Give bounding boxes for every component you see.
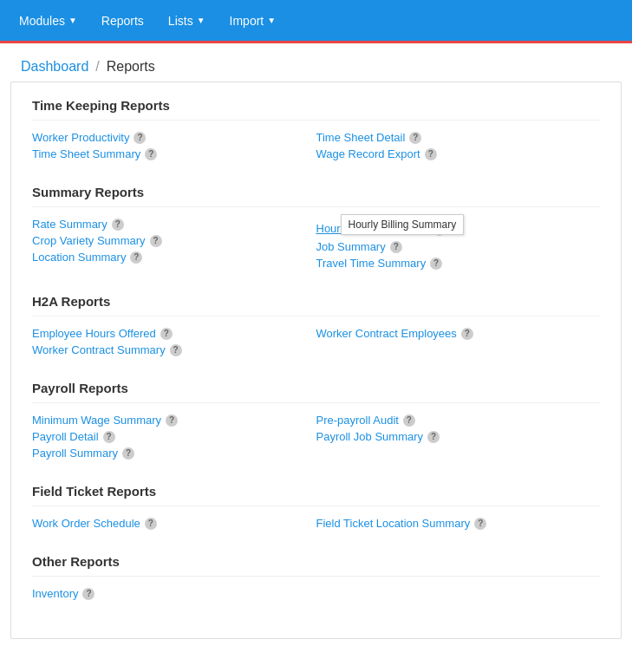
section-summary: Summary ReportsRate Summary?Crop Variety… — [32, 178, 600, 270]
section-title-payroll: Payroll Reports — [32, 374, 600, 395]
navbar: Modules ▼ Reports Lists ▼ Import ▼ — [0, 0, 632, 43]
help-icon[interactable]: ? — [170, 344, 182, 356]
report-item: Crop Variety Summary? — [32, 234, 316, 247]
report-link-summary-right-2[interactable]: Travel Time Summary — [316, 257, 427, 270]
report-col-right-time-keeping: Time Sheet Detail?Wage Record Export? — [316, 131, 601, 160]
report-link-payroll-right-0[interactable]: Pre-payroll Audit — [316, 414, 399, 427]
nav-lists[interactable]: Lists ▼ — [160, 0, 214, 42]
report-link-field-ticket-left-0[interactable]: Work Order Schedule — [32, 517, 140, 530]
section-field-ticket: Field Ticket ReportsWork Order Schedule?… — [32, 477, 600, 530]
report-link-summary-left-2[interactable]: Location Summary — [32, 251, 126, 264]
report-link-payroll-left-1[interactable]: Payroll Detail — [32, 430, 99, 443]
report-link-time-keeping-left-1[interactable]: Time Sheet Summary — [32, 147, 140, 160]
report-link-time-keeping-right-0[interactable]: Time Sheet Detail — [316, 131, 406, 144]
report-columns-payroll: Minimum Wage Summary?Payroll Detail?Payr… — [32, 414, 600, 460]
nav-reports[interactable]: Reports — [93, 0, 153, 42]
section-title-other: Other Reports — [32, 547, 600, 569]
report-item: Rate Summary? — [32, 218, 316, 231]
report-link-h2a-left-0[interactable]: Employee Hours Offered — [32, 327, 156, 340]
section-divider-summary — [32, 206, 600, 207]
lists-dropdown-arrow: ▼ — [197, 16, 205, 25]
report-col-right-other — [316, 587, 601, 600]
help-icon[interactable]: ? — [122, 447, 134, 460]
help-icon[interactable]: ? — [433, 224, 446, 236]
report-columns-summary: Rate Summary?Crop Variety Summary?Locati… — [32, 218, 600, 270]
section-divider-h2a — [32, 316, 600, 316]
report-columns-h2a: Employee Hours Offered?Worker Contract S… — [32, 327, 600, 356]
report-link-time-keeping-right-1[interactable]: Wage Record Export — [316, 147, 420, 160]
help-icon[interactable]: ? — [134, 132, 146, 144]
report-item: Payroll Job Summary? — [316, 430, 601, 443]
report-link-field-ticket-right-0[interactable]: Field Ticket Location Summary — [316, 517, 471, 530]
section-divider-time-keeping — [32, 120, 600, 121]
nav-import[interactable]: Import ▼ — [221, 0, 285, 42]
breadcrumb-separator: / — [95, 59, 99, 75]
section-title-field-ticket: Field Ticket Reports — [32, 477, 600, 499]
report-item: Minimum Wage Summary? — [32, 414, 316, 427]
help-icon[interactable]: ? — [160, 328, 173, 340]
breadcrumb-dashboard[interactable]: Dashboard — [21, 59, 88, 75]
report-item: Job Summary? — [316, 240, 601, 253]
report-link-summary-left-1[interactable]: Crop Variety Summary — [32, 234, 146, 247]
report-link-summary-left-0[interactable]: Rate Summary — [32, 218, 108, 231]
report-item: Worker Contract Employees? — [316, 327, 601, 340]
report-link-payroll-right-1[interactable]: Payroll Job Summary — [316, 430, 424, 443]
help-icon[interactable]: ? — [461, 328, 473, 340]
breadcrumb: Dashboard / Reports — [0, 43, 632, 82]
report-columns-time-keeping: Worker Productivity?Time Sheet Summary?T… — [32, 131, 600, 160]
section-title-time-keeping: Time Keeping Reports — [32, 91, 600, 113]
help-icon[interactable]: ? — [112, 219, 124, 231]
section-title-summary: Summary Reports — [32, 178, 600, 199]
report-link-payroll-left-0[interactable]: Minimum Wage Summary — [32, 414, 161, 427]
breadcrumb-current: Reports — [107, 59, 155, 75]
report-columns-field-ticket: Work Order Schedule?Field Ticket Locatio… — [32, 517, 600, 530]
help-icon[interactable]: ? — [145, 518, 157, 530]
report-item: Travel Time Summary? — [316, 257, 601, 270]
report-col-left-time-keeping: Worker Productivity?Time Sheet Summary? — [32, 131, 316, 160]
help-icon[interactable]: ? — [474, 518, 486, 530]
report-col-right-payroll: Pre-payroll Audit?Payroll Job Summary? — [316, 414, 601, 460]
report-item: Location Summary? — [32, 251, 316, 264]
help-icon[interactable]: ? — [150, 235, 162, 247]
cursor-hand-icon: ☛ — [447, 218, 461, 237]
help-icon[interactable]: ? — [145, 148, 157, 160]
nav-modules[interactable]: Modules ▼ — [10, 0, 86, 42]
report-item: Time Sheet Detail? — [316, 131, 601, 144]
help-icon[interactable]: ? — [103, 431, 115, 443]
help-icon[interactable]: ? — [130, 251, 142, 264]
report-link-time-keeping-left-0[interactable]: Worker Productivity — [32, 131, 129, 144]
help-icon[interactable]: ? — [390, 241, 402, 253]
report-item: Field Ticket Location Summary? — [316, 517, 601, 530]
report-col-right-field-ticket: Field Ticket Location Summary? — [316, 517, 601, 530]
report-link-summary-right-0[interactable]: Hourly Billing Summary — [316, 222, 433, 235]
report-item: Time Sheet Summary? — [32, 147, 316, 160]
section-divider-field-ticket — [32, 506, 600, 506]
report-link-payroll-left-2[interactable]: Payroll Summary — [32, 447, 118, 460]
report-item: Worker Contract Summary? — [32, 343, 316, 356]
help-icon[interactable]: ? — [166, 414, 178, 427]
report-item: Employee Hours Offered? — [32, 327, 316, 340]
report-col-left-h2a: Employee Hours Offered?Worker Contract S… — [32, 327, 316, 356]
help-icon[interactable]: ? — [427, 431, 440, 443]
section-divider-payroll — [32, 402, 600, 403]
report-link-summary-right-1[interactable]: Job Summary — [316, 240, 386, 253]
section-other: Other ReportsInventory? — [32, 547, 600, 600]
section-payroll: Payroll ReportsMinimum Wage Summary?Payr… — [32, 374, 600, 460]
report-link-other-left-0[interactable]: Inventory — [32, 587, 78, 600]
import-dropdown-arrow: ▼ — [267, 16, 276, 25]
help-icon[interactable]: ? — [82, 588, 94, 600]
help-icon[interactable]: ? — [409, 132, 421, 144]
help-icon[interactable]: ? — [430, 258, 442, 270]
section-divider-other — [32, 576, 600, 577]
modules-dropdown-arrow: ▼ — [68, 16, 77, 25]
report-item: Payroll Summary? — [32, 447, 316, 460]
report-col-left-other: Inventory? — [32, 587, 316, 600]
help-icon[interactable]: ? — [403, 414, 415, 427]
report-link-h2a-left-1[interactable]: Worker Contract Summary — [32, 343, 166, 356]
report-item: Work Order Schedule? — [32, 517, 316, 530]
help-icon[interactable]: ? — [425, 148, 437, 160]
report-item: Pre-payroll Audit? — [316, 414, 601, 427]
report-link-h2a-right-0[interactable]: Worker Contract Employees — [316, 327, 457, 340]
report-col-right-summary: Hourly Billing Summary?☛Hourly Billing S… — [316, 218, 601, 270]
report-columns-other: Inventory? — [32, 587, 600, 600]
